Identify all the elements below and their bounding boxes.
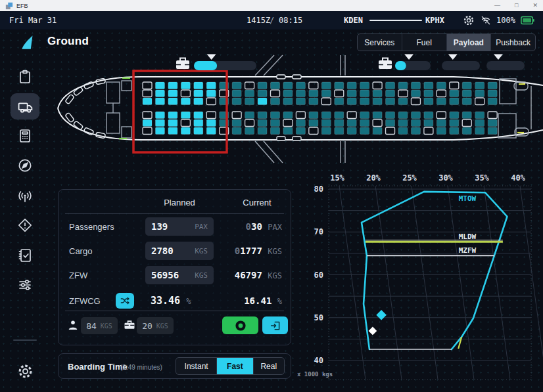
seat-planned[interactable] bbox=[398, 82, 408, 89]
seat-boarded[interactable] bbox=[206, 90, 216, 97]
seat-planned[interactable] bbox=[283, 90, 293, 97]
boarding-option-fast[interactable]: Fast bbox=[217, 358, 253, 374]
seat-empty[interactable] bbox=[143, 112, 152, 119]
seat-planned[interactable] bbox=[271, 112, 280, 119]
seat-planned[interactable] bbox=[424, 120, 433, 127]
seat-planned[interactable] bbox=[360, 112, 369, 119]
seat-planned[interactable] bbox=[347, 82, 356, 89]
seat-boarded[interactable] bbox=[155, 127, 164, 135]
seat-boarded[interactable] bbox=[168, 120, 177, 127]
seat-empty[interactable] bbox=[373, 82, 382, 89]
seat-planned[interactable] bbox=[347, 127, 356, 135]
seat-planned[interactable] bbox=[245, 112, 254, 119]
seat-empty[interactable] bbox=[283, 120, 293, 127]
seat-planned[interactable] bbox=[232, 98, 241, 105]
seat-planned[interactable] bbox=[462, 127, 471, 135]
seat-boarded[interactable] bbox=[143, 98, 152, 105]
seat-planned[interactable] bbox=[488, 127, 497, 135]
seat-empty[interactable] bbox=[373, 120, 382, 127]
cargo-bar[interactable] bbox=[442, 61, 480, 70]
tab-fuel[interactable]: Fuel bbox=[402, 34, 447, 51]
seat-planned[interactable] bbox=[296, 120, 305, 127]
seat-planned[interactable] bbox=[296, 90, 305, 97]
seat-planned[interactable] bbox=[462, 90, 471, 97]
seat-empty[interactable] bbox=[143, 127, 152, 135]
seat-empty[interactable] bbox=[245, 82, 254, 89]
tab-pushback[interactable]: Pushback bbox=[491, 34, 535, 51]
seat-empty[interactable] bbox=[398, 90, 408, 97]
seat-boarded[interactable] bbox=[181, 112, 190, 119]
cargo-marker[interactable] bbox=[494, 54, 503, 60]
seat-planned[interactable] bbox=[258, 90, 267, 97]
seat-planned[interactable] bbox=[245, 98, 254, 105]
seat-planned[interactable] bbox=[450, 120, 459, 127]
seat-boarded[interactable] bbox=[155, 120, 164, 127]
seat-planned[interactable] bbox=[488, 82, 497, 89]
sidebar-item-performance[interactable] bbox=[11, 123, 39, 149]
seat-planned[interactable] bbox=[321, 82, 331, 89]
seat-planned[interactable] bbox=[283, 98, 293, 105]
cargo-bar[interactable] bbox=[486, 61, 525, 70]
cargo-marker[interactable] bbox=[404, 54, 413, 60]
seat-boarded[interactable] bbox=[155, 82, 164, 89]
seat-planned[interactable] bbox=[335, 112, 344, 119]
seat-planned[interactable] bbox=[347, 120, 356, 127]
seat-planned[interactable] bbox=[232, 120, 241, 127]
seat-boarded[interactable] bbox=[181, 82, 190, 89]
seat-empty[interactable] bbox=[437, 112, 446, 119]
seat-planned[interactable] bbox=[373, 127, 382, 135]
seat-planned[interactable] bbox=[488, 120, 497, 127]
seat-boarded[interactable] bbox=[194, 112, 203, 119]
seat-planned[interactable] bbox=[335, 82, 344, 89]
seat-planned[interactable] bbox=[437, 120, 446, 127]
seat-planned[interactable] bbox=[398, 120, 408, 127]
seat-planned[interactable] bbox=[321, 127, 331, 135]
seat-planned[interactable] bbox=[360, 82, 369, 89]
sidebar-item-checklists[interactable] bbox=[11, 242, 39, 269]
close-button[interactable]: ✕ bbox=[532, 0, 538, 11]
seat-empty[interactable] bbox=[462, 120, 471, 127]
seat-planned[interactable] bbox=[360, 98, 369, 105]
seat-boarded[interactable] bbox=[168, 127, 177, 135]
seat-planned[interactable] bbox=[488, 98, 497, 105]
seat-planned[interactable] bbox=[309, 112, 318, 119]
seat-empty[interactable] bbox=[321, 98, 331, 105]
seat-empty[interactable] bbox=[143, 90, 152, 97]
seat-empty[interactable] bbox=[232, 112, 241, 119]
seat-planned[interactable] bbox=[424, 112, 433, 119]
boarding-active-button[interactable] bbox=[222, 316, 258, 334]
seat-planned[interactable] bbox=[450, 98, 459, 105]
seat-planned[interactable] bbox=[373, 98, 382, 105]
seat-planned[interactable] bbox=[347, 90, 356, 97]
seat-empty[interactable] bbox=[386, 127, 395, 135]
boarding-option-instant[interactable]: Instant bbox=[176, 358, 217, 374]
seat-boarded[interactable] bbox=[143, 120, 152, 127]
seat-empty[interactable] bbox=[206, 98, 216, 105]
seat-planned[interactable] bbox=[271, 127, 280, 135]
deboard-button[interactable] bbox=[262, 316, 288, 334]
seat-empty[interactable] bbox=[437, 90, 446, 97]
seat-planned[interactable] bbox=[437, 127, 446, 135]
seat-boarded[interactable] bbox=[181, 127, 190, 135]
seat-map[interactable] bbox=[56, 51, 543, 171]
seat-planned[interactable] bbox=[475, 82, 484, 89]
seat-boarded[interactable] bbox=[194, 82, 203, 89]
seat-planned[interactable] bbox=[424, 82, 433, 89]
seat-empty[interactable] bbox=[296, 112, 305, 119]
seat-empty[interactable] bbox=[206, 112, 216, 119]
seat-planned[interactable] bbox=[462, 98, 471, 105]
sidebar-item-flight-info[interactable] bbox=[11, 64, 39, 90]
seat-boarded[interactable] bbox=[168, 112, 177, 119]
seat-empty[interactable] bbox=[309, 82, 318, 89]
seat-boarded[interactable] bbox=[258, 98, 267, 105]
seat-planned[interactable] bbox=[258, 112, 267, 119]
seat-planned[interactable] bbox=[232, 82, 241, 89]
seat-planned[interactable] bbox=[373, 90, 382, 97]
seat-boarded[interactable] bbox=[155, 112, 164, 119]
seat-planned[interactable] bbox=[475, 112, 484, 119]
cargo-planned-input[interactable]: 2780 KGS bbox=[145, 242, 214, 260]
seat-planned[interactable] bbox=[271, 120, 280, 127]
seat-planned[interactable] bbox=[283, 127, 293, 135]
seat-planned[interactable] bbox=[321, 112, 331, 119]
seat-boarded[interactable] bbox=[168, 98, 177, 105]
